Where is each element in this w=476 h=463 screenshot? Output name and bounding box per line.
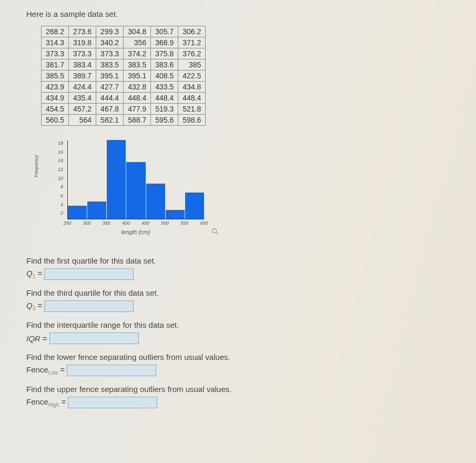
- data-cell: 340.2: [96, 37, 124, 48]
- data-cell: 368.9: [151, 37, 178, 48]
- data-cell: 383.5: [96, 59, 124, 71]
- high-input[interactable]: [68, 397, 157, 408]
- data-cell: 448.4: [178, 93, 206, 104]
- histogram-bar: [107, 140, 126, 219]
- data-cell: 423.9: [42, 82, 69, 93]
- data-cell: 385: [178, 59, 206, 71]
- magnify-icon[interactable]: [211, 228, 219, 235]
- intro-text: Here is a sample data set.: [26, 9, 476, 18]
- data-cell: 371.2: [178, 37, 206, 48]
- histogram-bar: [166, 210, 185, 219]
- q3-prompt: Find the third quartile for this data se…: [26, 288, 476, 297]
- question-lower-fence: Find the lower fence separating outliers…: [26, 353, 476, 376]
- data-cell: 434.8: [178, 82, 206, 93]
- data-cell: 454.5: [42, 104, 69, 115]
- data-cell: 389.7: [69, 71, 96, 82]
- low-prompt: Find the lower fence separating outliers…: [26, 353, 476, 361]
- q1-prompt: Find the first quartile for this data se…: [26, 256, 476, 265]
- x-tick: 500: [161, 220, 169, 226]
- low-input[interactable]: [67, 365, 156, 376]
- data-cell: 564: [69, 115, 96, 126]
- data-cell: 299.3: [96, 26, 124, 37]
- data-cell: 373.3: [42, 48, 69, 59]
- question-q3: Find the third quartile for this data se…: [26, 288, 476, 312]
- histogram-bar: [126, 162, 145, 219]
- svg-line-1: [216, 233, 218, 235]
- data-cell: 376.2: [178, 48, 206, 59]
- y-axis-label: Frequency: [34, 155, 39, 177]
- data-cell: 435.4: [69, 93, 96, 104]
- y-ticks: 24681012141618: [55, 140, 65, 219]
- iqr-var: IQR =: [26, 334, 47, 343]
- data-cell: 424.4: [69, 82, 96, 93]
- x-tick: 450: [141, 220, 149, 226]
- x-tick: 350: [103, 220, 110, 226]
- data-cell: 374.2: [124, 48, 151, 59]
- question-upper-fence: Find the upper fence separating outliers…: [26, 385, 476, 408]
- data-cell: 595.6: [151, 115, 178, 126]
- data-cell: 408.5: [151, 71, 178, 82]
- data-cell: 273.6: [69, 26, 96, 37]
- data-cell: 314.3: [42, 37, 69, 48]
- x-tick: 250: [63, 220, 71, 226]
- x-axis-label: length (cm): [67, 229, 204, 235]
- plot-area: [67, 140, 204, 219]
- data-cell: 375.8: [151, 48, 178, 59]
- q3-var: Q3 =: [26, 301, 42, 311]
- data-cell: 395.1: [96, 71, 124, 82]
- data-cell: 448.4: [151, 93, 178, 104]
- data-cell: 477.9: [124, 104, 151, 115]
- data-cell: 444.4: [96, 93, 124, 104]
- data-cell: 383.4: [69, 59, 96, 71]
- x-tick: 550: [180, 220, 188, 226]
- data-cell: 582.1: [96, 115, 124, 126]
- data-cell: 385.5: [42, 71, 69, 82]
- data-cell: 356: [124, 37, 151, 48]
- histogram-bar: [185, 193, 204, 219]
- data-cell: 434.9: [42, 93, 69, 104]
- data-cell: 383.5: [124, 59, 151, 71]
- q3-input[interactable]: [44, 300, 134, 312]
- data-cell: 588.7: [124, 115, 151, 126]
- data-cell: 598.6: [178, 115, 206, 126]
- x-tick: 600: [200, 220, 208, 226]
- data-cell: 268.2: [42, 26, 69, 37]
- data-cell: 432.8: [124, 82, 151, 93]
- q1-var: Q1 =: [26, 269, 42, 279]
- data-cell: 433.5: [151, 82, 178, 93]
- question-iqr: Find the interquartile range for this da…: [26, 320, 476, 344]
- data-cell: 395.1: [124, 71, 151, 82]
- iqr-input[interactable]: [49, 333, 139, 344]
- data-cell: 304.8: [124, 26, 151, 37]
- data-cell: 319.8: [69, 37, 96, 48]
- low-var: FenceLow =: [26, 365, 65, 376]
- data-cell: 373.3: [69, 48, 96, 59]
- svg-point-0: [212, 229, 217, 233]
- histogram-chart: Frequency 24681012141618 250300350400450…: [43, 140, 217, 240]
- data-cell: 381.7: [42, 59, 69, 71]
- data-cell: 457.2: [69, 104, 96, 115]
- data-cell: 519.3: [151, 104, 178, 115]
- x-tick: 400: [122, 220, 130, 226]
- question-q1: Find the first quartile for this data se…: [26, 256, 476, 280]
- data-table: 268.2273.6299.3304.8305.7306.2314.3319.8…: [41, 26, 206, 126]
- data-cell: 427.7: [96, 82, 124, 93]
- histogram-bar: [146, 184, 165, 219]
- data-cell: 448.4: [124, 93, 151, 104]
- x-ticks: 250300350400450500550600: [67, 220, 204, 228]
- q1-input[interactable]: [44, 268, 134, 280]
- data-cell: 521.8: [178, 104, 206, 115]
- data-cell: 373.3: [96, 48, 124, 59]
- histogram-bar: [68, 206, 87, 219]
- data-cell: 422.5: [178, 71, 206, 82]
- data-cell: 383.6: [151, 59, 178, 71]
- data-cell: 560.5: [42, 115, 69, 126]
- high-prompt: Find the upper fence separating outliers…: [26, 385, 476, 394]
- data-cell: 305.7: [151, 26, 178, 37]
- x-tick: 300: [83, 220, 91, 226]
- data-cell: 306.2: [178, 26, 206, 37]
- histogram-bar: [87, 202, 106, 219]
- data-cell: 467.8: [96, 104, 124, 115]
- iqr-prompt: Find the interquartile range for this da…: [26, 320, 476, 329]
- high-var: FenceHigh =: [26, 397, 66, 408]
